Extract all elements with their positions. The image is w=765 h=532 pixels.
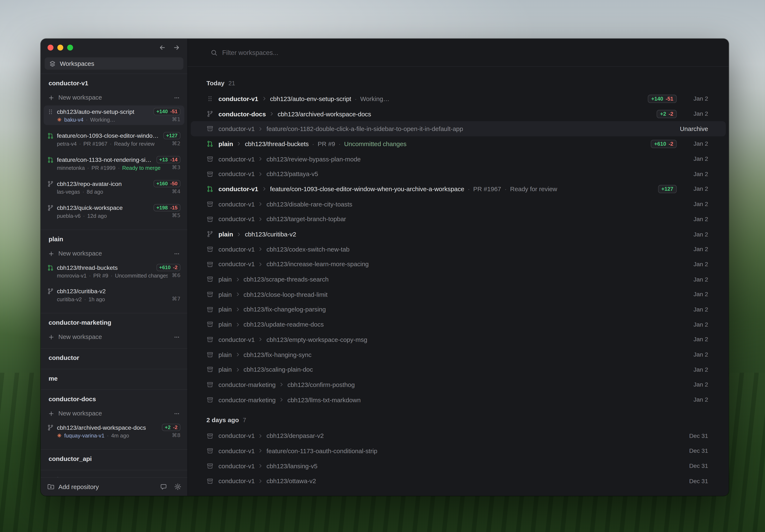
section-header[interactable]: conductor_api (41, 450, 187, 466)
row-date: Dec 31 (684, 447, 708, 454)
workspace-row[interactable]: conductor-v1 cbh123/target-branch-topbar… (191, 212, 726, 227)
add-repository-label: Add repository (58, 483, 99, 490)
workspace-row[interactable]: plain cbh123/thread-buckets ·PR #9·Uncom… (191, 137, 726, 152)
row-repo-name: conductor-v1 (218, 477, 255, 485)
screen: Workspaces conductor-v1 New workspace cb… (0, 0, 765, 532)
chevron-right-icon (262, 96, 267, 101)
workspace-row[interactable]: conductor-docs cbh123/archived-workspace… (191, 106, 726, 121)
back-arrow-icon[interactable] (159, 44, 166, 51)
chevron-right-icon (258, 262, 263, 266)
sidebar-workspace-item[interactable]: cbh123/archived-workspace-docs +2-2 fuqu… (44, 421, 184, 441)
workspace-row[interactable]: plain cbh123/curitiba-v2 Jan 2 (191, 227, 726, 242)
sidebar-workspace-item[interactable]: cbh123/auto-env-setup-script +140-51 bak… (44, 106, 184, 125)
additions-count: +160 (156, 181, 168, 186)
workspace-row[interactable]: conductor-v1 cbh123/codex-switch-new-tab… (191, 242, 726, 257)
new-workspace-button[interactable]: New workspace (41, 246, 187, 261)
workspace-subline: petra-v4·PR #1967·Ready for review ⌘2 (47, 140, 181, 147)
sidebar-workspace-item[interactable]: cbh123/repo-avatar-icon +160-50 las-vega… (44, 178, 184, 197)
new-workspace-button[interactable]: New workspace (41, 329, 187, 344)
layers-icon (49, 60, 56, 67)
additions-count: +198 (156, 205, 168, 211)
more-options-icon[interactable] (174, 250, 180, 257)
workspace-title-line: cbh123/thread-buckets +610-2 (47, 264, 181, 271)
additions-count: +127 (166, 133, 178, 138)
workspace-row[interactable]: conductor-v1 cbh123/lansing-v5 Dec 31 (191, 458, 726, 473)
diff-stats-badge: +160-50 (153, 180, 181, 188)
filter-workspaces-input[interactable] (222, 49, 717, 56)
chevron-right-icon (258, 433, 263, 438)
section-title: me (49, 375, 58, 382)
minimize-window-button[interactable] (57, 45, 63, 51)
workspace-row[interactable]: conductor-v1 cbh123/empty-workspace-copy… (191, 332, 726, 347)
add-repository-button[interactable]: Add repository (47, 483, 99, 490)
new-workspace-button[interactable]: New workspace (41, 90, 187, 105)
sidebar-workspace-item[interactable]: feature/con-1133-not-rendering-si… +13-1… (44, 154, 184, 173)
sidebar-workspace-item[interactable]: cbh123/curitiba-v2 curitiba-v2·1h ago ⌘7 (44, 285, 184, 304)
more-options-icon[interactable] (174, 410, 180, 416)
unarchive-button[interactable]: Unarchive (680, 125, 708, 133)
workspace-row[interactable]: plain cbh123/scaling-plain-doc Jan 2 (191, 362, 726, 377)
workspace-subline: las-vegas·8d ago ⌘4 (47, 188, 181, 195)
section-title: conductor_api (49, 455, 92, 462)
feedback-chat-icon[interactable] (160, 483, 167, 490)
workspace-subline: fuquay-varina-v1·4m ago ⌘8 (47, 432, 181, 438)
section-header[interactable]: plain (41, 230, 187, 246)
workspace-row[interactable]: conductor-v1 cbh123/disable-rare-city-to… (191, 197, 726, 212)
workspace-row[interactable]: plain cbh123/scrape-threads-search Jan 2 (191, 272, 726, 287)
row-date: Dec 31 (684, 463, 708, 469)
archive-icon (207, 336, 214, 343)
section-header[interactable]: conductor-marketing (41, 313, 187, 329)
sidebar-workspace-item[interactable]: cbh123/quick-workspace +198-15 puebla-v6… (44, 202, 184, 221)
row-repo-name: conductor-v1 (218, 171, 255, 178)
workspace-subline: baku-v4·Working… ⌘1 (47, 116, 181, 123)
forward-arrow-icon[interactable] (173, 44, 181, 51)
row-branch-name: cbh123/ottawa-v2 (267, 477, 316, 485)
workspace-row[interactable]: conductor-v1 cbh123/pattaya-v5 Jan 2 (191, 167, 726, 182)
settings-gear-icon[interactable] (174, 483, 182, 490)
workspace-row[interactable]: conductor-v1 feature/con-1173-oauth-cond… (191, 443, 726, 458)
workspace-row[interactable]: conductor-v1 cbh123/denpasar-v2 Dec 31 (191, 428, 726, 443)
zoom-window-button[interactable] (67, 45, 73, 51)
sidebar-workspace-item[interactable]: feature/con-1093-close-editor-windo… +12… (44, 130, 184, 149)
section-header[interactable]: swine (41, 470, 187, 477)
deletions-count: -2 (173, 265, 178, 270)
workspace-shortcut: ⌘1 (168, 116, 181, 123)
chevron-right-icon (262, 187, 267, 191)
section-header[interactable]: me (41, 369, 187, 385)
diff-stats-badge: +198-15 (153, 204, 181, 211)
chevron-right-icon (258, 479, 263, 483)
workspace-subtext: 1h ago (88, 296, 105, 302)
new-workspace-button[interactable]: New workspace (41, 406, 187, 421)
section-header[interactable]: conductor-docs (41, 390, 187, 406)
workspace-row[interactable]: conductor-v1 cbh123/review-bypass-plan-m… (191, 151, 726, 167)
row-meta-text: Uncommitted changes (344, 140, 406, 148)
workspace-row[interactable]: conductor-marketing cbh123/llms-txt-mark… (191, 392, 726, 407)
archive-icon (207, 432, 214, 440)
sidebar-item-workspaces[interactable]: Workspaces (45, 57, 183, 70)
workspace-row[interactable]: plain cbh123/fix-changelog-parsing Jan 2 (191, 302, 726, 317)
workspace-row[interactable]: plain cbh123/fix-hanging-sync Jan 2 (191, 347, 726, 362)
row-repo-name: conductor-v1 (218, 185, 258, 193)
sidebar-workspace-item[interactable]: cbh123/thread-buckets +610-2 monrovia-v1… (44, 262, 184, 281)
workspace-row[interactable]: conductor-v1 cbh123/auto-env-setup-scrip… (191, 91, 726, 106)
workspace-shortcut: ⌘6 (168, 272, 181, 278)
section-title: conductor-v1 (49, 79, 88, 87)
section-header[interactable]: conductor-v1 (41, 74, 187, 90)
workspace-row[interactable]: conductor-v1 feature/con-1093-close-edit… (191, 182, 726, 197)
workspace-row[interactable]: conductor-v1 cbh123/ottawa-v2 Dec 31 (191, 473, 726, 489)
workspace-row[interactable]: plain cbh123/update-readme-docs Jan 2 (191, 317, 726, 332)
workspace-row[interactable]: conductor-v1 feature/con-1182-double-cli… (191, 121, 726, 137)
workspace-row[interactable]: conductor-marketing cbh123/confirm-posth… (191, 377, 726, 392)
section-header[interactable]: conductor (41, 349, 187, 365)
additions-count: +140 (651, 96, 663, 102)
workspace-row[interactable]: conductor-v1 cbh123/increase-learn-more-… (191, 257, 726, 272)
pull-request-icon (47, 264, 54, 271)
close-window-button[interactable] (48, 45, 53, 51)
more-options-icon[interactable] (174, 334, 180, 340)
row-branch-name: feature/con-1173-oauth-conditional-strip (267, 447, 378, 455)
workspace-subtext: · (107, 432, 109, 438)
row-branch-name: cbh123/review-bypass-plan-mode (267, 155, 361, 163)
workspace-row[interactable]: plain cbh123/close-loop-thread-limit Jan… (191, 287, 726, 302)
more-options-icon[interactable] (174, 94, 180, 101)
workspace-title-line: feature/con-1093-close-editor-windo… +12… (47, 132, 181, 139)
